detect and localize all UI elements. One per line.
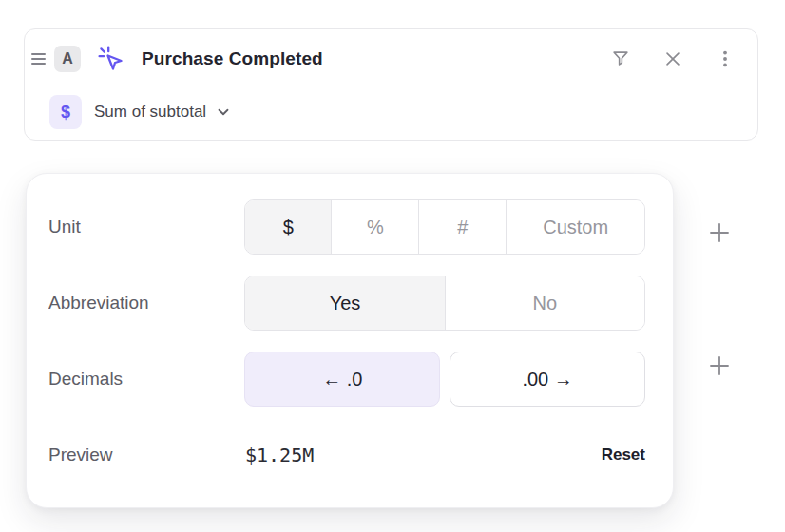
add-event-button[interactable]	[703, 217, 736, 249]
metric-row: $ Sum of subtotal	[25, 95, 757, 129]
abbreviation-row: Abbreviation Yes No	[48, 276, 645, 331]
unit-option-custom[interactable]: Custom	[506, 200, 644, 254]
number-format-panel: Unit $ % # Custom Abbreviation Yes No De…	[26, 173, 674, 508]
decimals-decrease-button[interactable]: ← .0	[244, 352, 440, 407]
abbreviation-label: Abbreviation	[48, 293, 244, 314]
preview-value: $1.25M	[245, 444, 314, 466]
unit-option-number[interactable]: #	[418, 200, 506, 254]
more-options-button[interactable]	[715, 48, 736, 69]
preview-label: Preview	[48, 445, 245, 466]
drag-handle-icon[interactable]	[31, 53, 46, 65]
event-header-actions	[610, 48, 736, 69]
decimals-row: Decimals ← .0 .00 →	[48, 352, 645, 407]
event-header-row: A Purchase Completed	[25, 45, 757, 73]
preview-row: Preview $1.25M Reset	[48, 428, 645, 483]
unit-segmented-control: $ % # Custom	[244, 200, 645, 255]
cursor-click-icon	[97, 45, 125, 73]
metric-label: Sum of subtotal	[94, 103, 206, 122]
filter-button[interactable]	[610, 48, 631, 69]
decimals-controls: ← .0 .00 →	[244, 352, 645, 407]
unit-row: Unit $ % # Custom	[48, 200, 645, 255]
close-icon	[662, 48, 683, 69]
plus-icon	[707, 220, 732, 245]
chevron-down-icon	[215, 104, 232, 121]
add-metric-button[interactable]	[703, 350, 736, 382]
funnel-icon	[610, 48, 631, 69]
event-card: A Purchase Completed	[24, 28, 758, 141]
decimals-increase-button[interactable]: .00 →	[450, 352, 645, 407]
metric-dropdown-button[interactable]	[215, 104, 232, 121]
abbreviation-option-no[interactable]: No	[445, 276, 644, 330]
abbreviation-option-yes[interactable]: Yes	[245, 276, 444, 330]
plus-icon	[707, 353, 732, 378]
event-group-badge: A	[54, 46, 81, 72]
metric-dollar-badge: $	[49, 95, 82, 129]
decimals-label: Decimals	[48, 369, 244, 390]
unit-option-percent[interactable]: %	[331, 200, 418, 254]
kebab-icon	[715, 48, 736, 69]
unit-label: Unit	[48, 217, 244, 238]
event-title: Purchase Completed	[142, 48, 323, 69]
close-button[interactable]	[662, 48, 683, 69]
unit-option-dollar[interactable]: $	[245, 200, 331, 254]
abbreviation-segmented-control: Yes No	[244, 276, 645, 331]
reset-button[interactable]: Reset	[602, 446, 645, 465]
